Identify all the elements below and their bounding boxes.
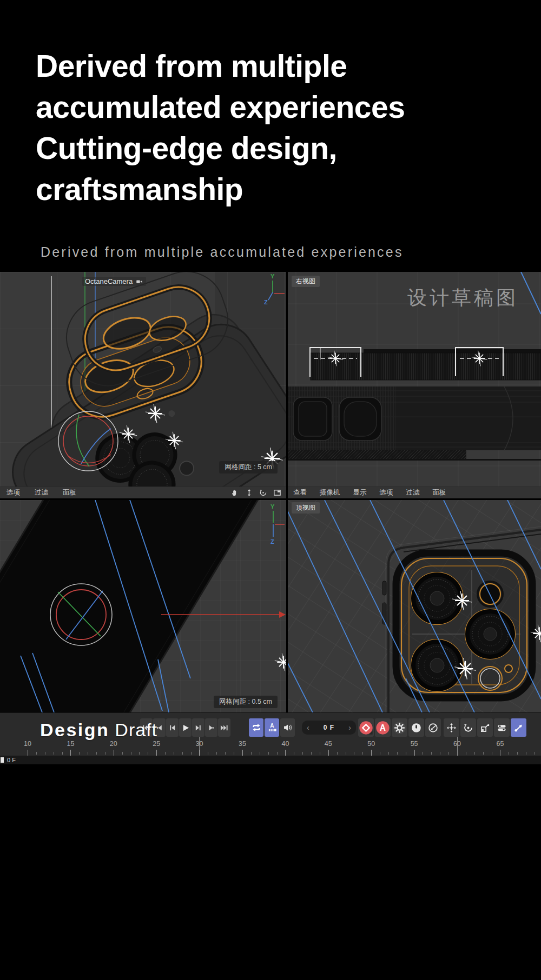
playback-mode-controls: A <box>249 718 295 737</box>
frame-increment-button[interactable]: › <box>348 724 351 731</box>
menu-item[interactable]: 面板 <box>63 488 76 497</box>
sound-button[interactable] <box>280 718 295 737</box>
svg-text:A: A <box>270 723 274 729</box>
pan-hand-button[interactable] <box>230 488 240 497</box>
prev-frame-icon <box>168 724 176 732</box>
record-rotation-icon <box>463 723 473 733</box>
record-keyframe-button[interactable] <box>358 718 374 737</box>
svg-text:Y: Y <box>270 503 275 510</box>
next-key-button[interactable] <box>205 718 217 737</box>
camera-label[interactable]: OctaneCamera <box>82 277 146 286</box>
ruler-tick-label: 10 <box>24 740 31 748</box>
menu-item[interactable]: 查看 <box>293 488 307 497</box>
loop-playback-button[interactable] <box>249 718 263 737</box>
current-frame-label: 0 F <box>7 757 16 763</box>
frame-field-value: 0 F <box>324 724 334 731</box>
menu-item[interactable]: 面板 <box>433 488 446 497</box>
frame-marker-line <box>199 736 200 756</box>
ruler-tick-label: 35 <box>239 740 246 748</box>
frame-decrement-button[interactable]: ‹ <box>307 724 309 731</box>
camera-label-text: OctaneCamera <box>85 277 133 285</box>
grid-spacing-label: 网格间距 : 0.5 cm <box>214 696 278 708</box>
gauge-button[interactable] <box>425 718 441 737</box>
camera-icon <box>135 278 143 285</box>
ruler-tick-label: 25 <box>153 740 160 748</box>
ruler-tick-label: 65 <box>496 740 504 748</box>
viewport-canvas-front: Y X Z <box>0 500 286 712</box>
toggle-viewport-icon <box>273 489 281 497</box>
viewport-right-view[interactable]: 右视图 设计草稿图 查看摄像机显示选项过滤面板 <box>288 272 541 498</box>
record-position-button[interactable] <box>444 718 459 737</box>
menu-item[interactable]: 选项 <box>380 488 393 497</box>
goto-end-icon <box>220 724 228 732</box>
toggle-viewport-button[interactable] <box>273 488 282 497</box>
dolly-icon <box>245 489 253 497</box>
timeline-ruler[interactable]: 101520253035404550556065 <box>0 740 541 749</box>
toggle-controls <box>408 718 441 737</box>
record-pla-button[interactable] <box>511 718 526 737</box>
view-label[interactable]: 右视图 <box>292 276 320 287</box>
svg-text:Z: Z <box>264 299 268 305</box>
ruler-ticks[interactable] <box>0 750 541 756</box>
viewport-canvas-top <box>288 500 541 712</box>
record-scale-button[interactable] <box>477 718 493 737</box>
ruler-tick-label: 55 <box>411 740 418 748</box>
keying-settings-gear-button[interactable] <box>392 718 407 737</box>
hero-subtitle: Derived from multiple accumulated experi… <box>41 244 404 260</box>
keying-channel-controls <box>444 718 526 737</box>
page: Derived from multiple accumulated experi… <box>0 0 541 980</box>
rotate-view-button[interactable] <box>259 488 268 497</box>
animation-keys-icon: A <box>267 723 277 732</box>
ruler-tick-label: 20 <box>110 740 117 748</box>
menu-item[interactable]: 选项 <box>6 488 20 497</box>
record-controls: A <box>358 718 407 737</box>
play-icon <box>181 724 189 732</box>
viewport-front-view[interactable]: Y X Z 网格间距 : 0.5 cm <box>0 500 286 712</box>
menu-item[interactable]: 摄像机 <box>320 488 340 497</box>
viewport-top-view[interactable]: 顶视图 <box>288 500 541 712</box>
viewport-canvas-perspective: Y Z X <box>0 272 286 486</box>
view-label[interactable]: 顶视图 <box>292 502 320 514</box>
keying-settings-gear-icon <box>393 721 406 735</box>
design-draft-title: DesignDraft <box>40 719 157 741</box>
record-rotation-button[interactable] <box>460 718 476 737</box>
prev-frame-button[interactable] <box>166 718 179 737</box>
record-position-icon <box>446 723 457 733</box>
watermark-text: 设计草稿图 <box>407 285 518 311</box>
mouse-button[interactable] <box>408 718 424 737</box>
ruler-tick-label: 40 <box>281 740 289 748</box>
record-keyframe-icon <box>359 721 373 735</box>
rotate-view-icon <box>259 489 267 497</box>
frame-marker-line <box>457 736 458 756</box>
current-frame-field[interactable]: ‹ 0 F › <box>302 721 356 735</box>
title-regular: Draft <box>115 719 157 740</box>
play-button[interactable] <box>179 718 192 737</box>
menu-item[interactable]: 显示 <box>353 488 367 497</box>
gauge-icon <box>428 723 438 733</box>
svg-text:Z: Z <box>270 538 274 545</box>
ruler-tick-label: 45 <box>325 740 332 748</box>
goto-end-button[interactable] <box>218 718 230 737</box>
ruler-tick-label: 50 <box>367 740 375 748</box>
menu-item[interactable]: 过滤 <box>406 488 420 497</box>
ruler-tick-label: 15 <box>67 740 74 748</box>
svg-text:A: A <box>380 723 386 732</box>
autokey-button[interactable]: A <box>375 718 391 737</box>
title-bold: Design <box>40 719 109 740</box>
next-frame-button[interactable] <box>192 718 204 737</box>
pan-hand-icon <box>231 489 239 497</box>
next-frame-icon <box>194 724 202 732</box>
viewport-nav-icons <box>230 486 282 498</box>
record-parameter-button[interactable] <box>494 718 510 737</box>
animation-keys-button[interactable]: A <box>265 718 279 737</box>
record-parameter-icon <box>497 723 507 733</box>
hero-title: Derived from multiple accumulated experi… <box>36 45 405 210</box>
viewport-perspective[interactable]: Y Z X OctaneCamera 网格间距 : 5 cm 选项过滤面板 <box>0 272 286 498</box>
playhead-marker[interactable] <box>1 757 4 763</box>
menu-item[interactable]: 过滤 <box>35 488 48 497</box>
mouse-icon <box>411 723 421 733</box>
dolly-button[interactable] <box>245 488 254 497</box>
grid-spacing-label: 网格间距 : 5 cm <box>219 461 278 474</box>
timeline-scrollbar[interactable]: 0 F <box>0 756 541 764</box>
camera-module-wireframe <box>396 553 532 698</box>
